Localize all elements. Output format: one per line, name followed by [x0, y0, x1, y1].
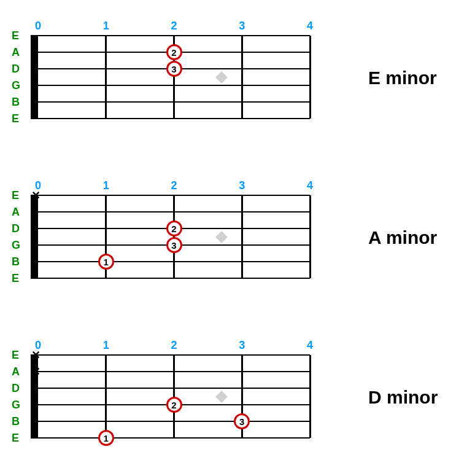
fret-number-row: 01234 — [28, 179, 353, 192]
string-line — [31, 437, 310, 439]
string-label: B — [12, 96, 20, 109]
fret-number: 1 — [103, 20, 109, 33]
finger-marker: 2 — [166, 44, 182, 60]
string-label: G — [12, 399, 20, 412]
string-line — [31, 354, 310, 356]
string-line — [31, 211, 310, 213]
string-label: E — [12, 112, 19, 125]
string-line — [31, 35, 310, 36]
fretboard: ✕✕231 — [31, 355, 310, 438]
fret-number: 3 — [239, 20, 245, 33]
chord-name: A minor — [368, 227, 437, 248]
string-label: D — [12, 382, 20, 395]
fretboard-inlay-icon — [215, 231, 228, 243]
finger-marker: 3 — [166, 237, 182, 253]
string-label: G — [12, 239, 20, 252]
fret-number: 2 — [171, 339, 177, 352]
chord-name: E minor — [368, 68, 437, 88]
string-label: A — [12, 46, 20, 59]
string-label: E — [12, 349, 19, 362]
fret-number: 3 — [239, 339, 245, 352]
chord-diagram: 01234EADGBE23E minor — [28, 25, 353, 141]
finger-marker: 3 — [166, 61, 182, 77]
fret-number-row: 01234 — [28, 20, 353, 32]
fret-line — [241, 195, 243, 278]
string-line — [31, 421, 310, 422]
fret-number: 1 — [103, 179, 109, 192]
fret-line — [241, 36, 243, 119]
mute-x-icon: ✕ — [31, 189, 41, 202]
fret-line — [105, 355, 107, 438]
string-line — [31, 118, 310, 119]
string-label: E — [12, 189, 19, 202]
chord-diagram: 01234EADGBE✕✕231D minor — [28, 344, 353, 461]
nut — [31, 36, 38, 119]
string-line — [31, 85, 310, 86]
string-label: E — [12, 432, 19, 445]
string-label: B — [12, 415, 20, 428]
fret-number: 2 — [171, 20, 177, 33]
finger-marker: 1 — [98, 430, 114, 446]
string-label: A — [12, 206, 20, 219]
string-line — [31, 261, 310, 262]
string-label: A — [12, 365, 20, 378]
fret-number: 2 — [171, 179, 177, 192]
fret-line — [105, 36, 107, 119]
finger-marker: 1 — [98, 254, 114, 270]
finger-marker: 3 — [234, 413, 250, 429]
fretboard: ✕231 — [31, 195, 310, 278]
chord-diagram: 01234EADGBE✕231A minor — [28, 184, 353, 301]
string-label: G — [12, 79, 20, 92]
fretboard-inlay-icon — [215, 71, 228, 84]
finger-marker: 2 — [166, 220, 182, 236]
fret-number: 1 — [103, 339, 109, 352]
chord-name: D minor — [368, 387, 438, 408]
string-label: D — [12, 222, 20, 235]
string-line — [31, 371, 310, 372]
fret-number: 4 — [307, 20, 313, 33]
fret-number-row: 01234 — [28, 339, 353, 351]
finger-marker: 2 — [166, 397, 182, 413]
string-line — [31, 388, 310, 389]
string-label: E — [12, 29, 19, 42]
fret-line — [309, 355, 311, 438]
fret-line — [309, 195, 311, 278]
fret-number: 3 — [239, 179, 245, 192]
mute-x-icon: ✕ — [31, 348, 41, 362]
fretboard-inlay-icon — [215, 391, 228, 403]
mute-x-icon: ✕ — [31, 365, 41, 378]
string-label: B — [12, 256, 20, 268]
fretboard: 23 — [31, 36, 310, 119]
string-label: D — [12, 63, 20, 76]
fret-line — [309, 36, 311, 119]
fret-number: 0 — [35, 20, 41, 33]
nut — [31, 195, 38, 278]
string-line — [31, 195, 310, 196]
fret-number: 4 — [307, 339, 313, 352]
fret-number: 4 — [307, 179, 313, 192]
string-line — [31, 278, 310, 279]
string-line — [31, 101, 310, 103]
string-label: E — [12, 272, 19, 285]
